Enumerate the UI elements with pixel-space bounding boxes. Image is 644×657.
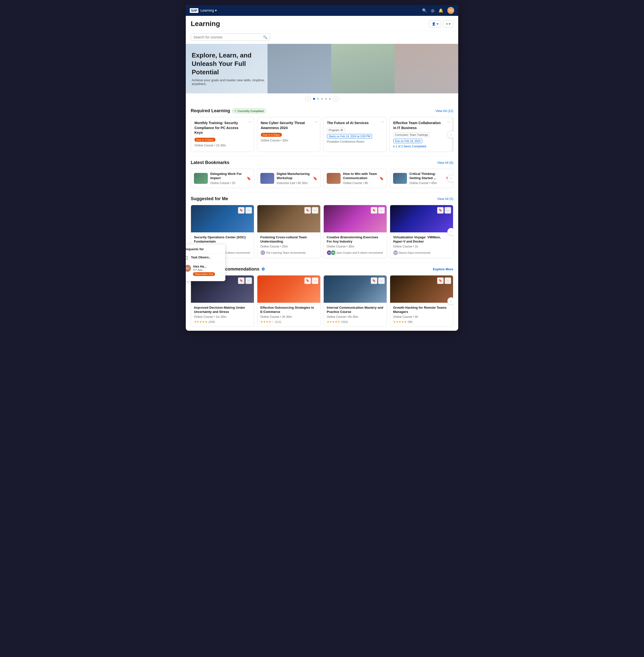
rec-bookmark-btn-4[interactable]: 🔖 <box>437 277 444 284</box>
suggest-title-1: Security Operations Center (SOC) Fundame… <box>194 235 251 244</box>
search-icon[interactable]: 🔍 <box>263 35 267 39</box>
rec-thumb-2: 🔖 ··· <box>257 275 320 303</box>
suggest-bookmark-btn-3[interactable]: 🔖 <box>371 207 377 213</box>
suggest-menu-btn-4[interactable]: ··· <box>444 207 451 213</box>
rec-count-2: (111) <box>275 320 281 323</box>
card-1-meta: Online Course • 1h 30m <box>194 144 250 147</box>
carousel-dot-1[interactable] <box>313 98 315 100</box>
rec-menu-btn-1[interactable]: ··· <box>246 277 252 284</box>
required-learning-cards: Monthly Training: Security Compliance fo… <box>191 117 453 152</box>
bookmark-meta-3: Online Course • 8h <box>343 181 377 185</box>
rec-card-2: 🔖 ··· Effective Outsourcing Strategies i… <box>257 275 321 327</box>
floating-panel: Requests for 📋 Task Observ... AH Alex Ha… <box>186 244 225 281</box>
hero-banner: Explore, Learn, and Unleash Your Full Po… <box>186 44 458 93</box>
suggested-view-all[interactable]: View All (5) <box>437 197 453 201</box>
carousel-dot-4[interactable] <box>325 98 327 100</box>
suggest-menu-btn-3[interactable]: ··· <box>378 207 385 213</box>
rec-bookmark-btn-1[interactable]: 🔖 <box>238 277 245 284</box>
required-learning-section: Required Learning ✓ Currently Compliant … <box>186 104 458 156</box>
required-learning-view-all[interactable]: View All (12) <box>435 109 453 113</box>
suggest-body-2: Fostering Cross-cultural Team Understand… <box>257 232 320 258</box>
bookmark-title-2: Digital Manufacturing Workshop <box>277 172 310 180</box>
suggest-rec-text-4: Stacey Daye recommends <box>398 251 431 254</box>
rec-avatars-2: LT <box>260 250 264 255</box>
filter-button[interactable]: 👤▾ <box>429 20 441 27</box>
bookmark-thumb-4 <box>393 173 407 184</box>
rec-menu-btn-3[interactable]: ··· <box>378 277 385 284</box>
personalized-recs-header: Personalized Recommendations ⚙ Explore M… <box>191 267 453 272</box>
search-container: 🔍 <box>186 31 458 44</box>
rec-meta-4: Online Course • 4h <box>393 315 450 319</box>
rec-card-4: 🔖 ··· Growth Hacking for Remote Teams Ma… <box>390 275 453 327</box>
view-button[interactable]: ≡▾ <box>443 20 453 27</box>
suggest-body-4: Virtualization Voyage: VMWare, Hyper-V a… <box>390 232 453 258</box>
hero-text: Explore, Learn, and Unleash Your Full Po… <box>192 51 266 86</box>
carousel-dot-3[interactable] <box>321 98 323 100</box>
suggest-rec-text-2: The Learning Team recommends <box>266 251 306 254</box>
rec-menu-btn-4[interactable]: ··· <box>444 277 451 284</box>
suggest-title-4: Virtualization Voyage: VMWare, Hyper-V a… <box>393 235 450 244</box>
rec-overlay-3: 🔖 ··· <box>371 277 385 284</box>
suggest-body-3: Creative Brainstorming Exercises For Any… <box>324 232 387 258</box>
card-4-menu-btn[interactable]: ··· <box>447 120 450 123</box>
suggest-meta-3: Online Course • 30m <box>327 245 384 248</box>
rec-stars-4: ★★★★★ <box>393 320 407 323</box>
personalized-recs-section: Personalized Recommendations ⚙ Explore M… <box>186 263 458 331</box>
card-1-menu-btn[interactable]: ··· <box>249 120 251 123</box>
suggest-bookmark-btn-2[interactable]: 🔖 <box>304 207 311 213</box>
suggest-bookmark-btn-4[interactable]: 🔖 <box>437 207 444 213</box>
suggested-scroll-right[interactable]: › <box>447 228 453 235</box>
rec-bookmark-btn-3[interactable]: 🔖 <box>371 277 377 284</box>
bookmark-meta-1: Online Course • 2h <box>210 181 244 185</box>
bookmarks-section: Latest Bookmarks View All (6) Delegating… <box>186 156 458 192</box>
suggested-section: Suggested for Me View All (5) 🔖 ··· Secu… <box>186 192 458 262</box>
compliant-badge: ✓ Currently Compliant <box>232 109 266 113</box>
rec-menu-btn-2[interactable]: ··· <box>312 277 318 284</box>
user-avatar[interactable]: US <box>447 7 454 14</box>
rec-avatars-3: JC SD <box>327 250 335 255</box>
bookmarks-view-all[interactable]: View All (6) <box>437 161 453 164</box>
rec-rating-2: ★★★★☆ (111) <box>260 320 317 323</box>
carousel-prev-button[interactable]: ‹ <box>305 96 311 102</box>
suggest-card-3: 🔖 ··· Creative Brainstorming Exercises F… <box>323 205 387 258</box>
personalized-recs-cards: 🔖 ··· Improved Decision-Making Under Unc… <box>191 275 453 327</box>
rec-meta-3: Online Course • 6h 45m <box>327 315 384 319</box>
obs-badge: Observation Due <box>193 272 215 276</box>
app-name[interactable]: Learning ▾ <box>200 8 217 13</box>
required-card-4: Effective Team Collaboration in IT Busin… <box>390 117 454 152</box>
explore-more-link[interactable]: Explore More <box>433 267 453 271</box>
hero-person-3 <box>395 44 458 93</box>
bell-nav-icon[interactable]: 🔔 <box>438 8 443 13</box>
card-3-menu-btn[interactable]: ··· <box>381 120 384 123</box>
suggest-recommenders-3: JC SD Jane Cooper and 6 others recommend <box>327 250 384 255</box>
search-nav-icon[interactable]: 🔍 <box>422 8 427 13</box>
bookmark-icon-1[interactable]: 🔖 <box>247 176 251 180</box>
card-4-due-badge: Due on Feb 18, 2024 <box>393 139 422 143</box>
rec-meta-2: Online Course • 2h 30m <box>260 315 317 319</box>
suggest-meta-2: Online Course • 25m <box>260 245 317 248</box>
carousel-dot-2[interactable] <box>317 98 319 100</box>
hero-people <box>268 44 458 93</box>
panel-item: 📋 Task Observ... <box>186 253 222 263</box>
carousel-next-button[interactable]: › <box>333 96 339 102</box>
suggest-title-3: Creative Brainstorming Exercises For Any… <box>327 235 384 244</box>
recs-scroll-right[interactable]: › <box>447 297 453 305</box>
search-input[interactable] <box>193 35 263 39</box>
recs-settings-icon[interactable]: ⚙ <box>261 267 265 272</box>
carousel-dot-5[interactable] <box>329 98 331 100</box>
rec-bookmark-btn-2[interactable]: 🔖 <box>304 277 311 284</box>
panel-person-name: Alex Ha... <box>193 265 222 268</box>
rec-stars-2: ★★★★☆ <box>260 320 274 323</box>
bookmark-icon-3[interactable]: 🔖 <box>380 176 384 180</box>
search-box: 🔍 <box>191 33 270 41</box>
card-2-menu-btn[interactable]: ··· <box>315 120 318 123</box>
suggest-menu-btn-1[interactable]: ··· <box>246 207 252 213</box>
suggest-rec-text-3: Jane Cooper and 6 others recommend <box>336 251 383 254</box>
required-scroll-right[interactable]: › <box>447 131 453 138</box>
suggest-menu-btn-2[interactable]: ··· <box>312 207 318 213</box>
hero-person-1 <box>268 44 331 93</box>
apps-nav-icon[interactable]: ◎ <box>431 8 434 13</box>
suggest-bookmark-btn-1[interactable]: 🔖 <box>238 207 245 213</box>
bookmarks-scroll-right[interactable]: › <box>447 175 453 182</box>
bookmark-icon-2[interactable]: 🔖 <box>313 176 317 180</box>
